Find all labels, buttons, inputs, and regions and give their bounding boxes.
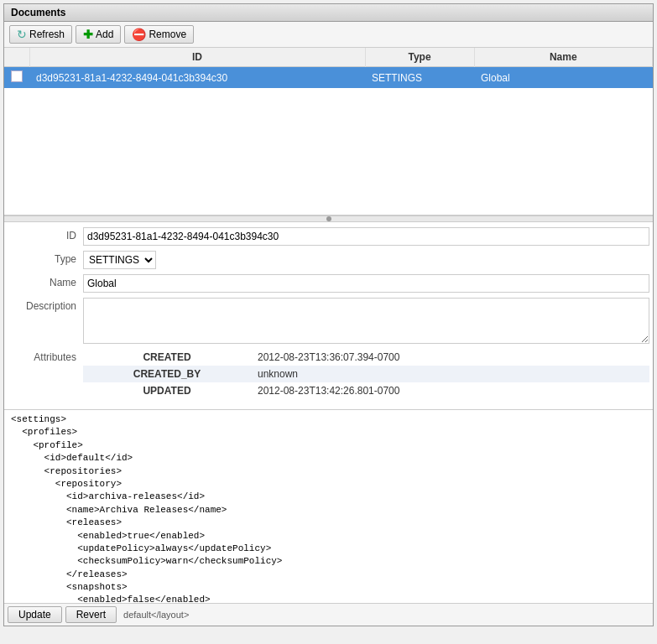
splitter-dot — [326, 216, 331, 221]
splitter[interactable] — [4, 216, 653, 222]
type-label: Type — [8, 251, 83, 265]
id-input[interactable] — [83, 227, 649, 246]
remove-button[interactable]: ⛔ Remove — [124, 25, 194, 44]
col-name: Name — [474, 48, 653, 67]
attributes-row: Attributes CREATED 2012-08-23T13:36:07.3… — [4, 349, 653, 399]
col-checkbox — [4, 48, 29, 67]
attr-value: unknown — [251, 366, 649, 382]
description-label: Description — [8, 298, 83, 312]
name-input[interactable] — [83, 274, 649, 293]
row-checkbox-cell — [4, 67, 29, 89]
xml-area: <settings> <profiles> <profile> <id>defa… — [4, 409, 653, 603]
id-label: ID — [8, 227, 83, 242]
attr-key: UPDATED — [83, 382, 251, 399]
attr-row: CREATED_BY unknown — [83, 366, 649, 382]
add-icon: ✚ — [83, 28, 93, 41]
documents-table: ID Type Name d3d95231-81a1-4232-8494-041… — [4, 48, 653, 88]
remove-label: Remove — [149, 29, 186, 40]
attr-key: CREATED_BY — [83, 366, 251, 382]
table-body: d3d95231-81a1-4232-8494-041c3b394c30 SET… — [4, 67, 653, 89]
description-row: Description — [4, 298, 653, 344]
documents-table-area: ID Type Name d3d95231-81a1-4232-8494-041… — [4, 48, 653, 216]
attr-body: CREATED 2012-08-23T13:36:07.394-0700 CRE… — [83, 349, 649, 399]
attr-key: CREATED — [83, 349, 251, 366]
name-row: Name — [4, 274, 653, 293]
bottom-extra-text: default</layout> — [120, 610, 189, 620]
refresh-label: Refresh — [29, 29, 65, 40]
attr-row: CREATED 2012-08-23T13:36:07.394-0700 — [83, 349, 649, 366]
id-row: ID — [4, 227, 653, 246]
attr-value: 2012-08-23T13:42:26.801-0700 — [251, 382, 649, 399]
row-id: d3d95231-81a1-4232-8494-041c3b394c30 — [29, 67, 365, 89]
row-checkbox — [11, 70, 23, 82]
form-area: ID Type SETTINGSPROFILEUSER Name Descrip… — [4, 222, 653, 409]
description-textarea[interactable] — [83, 298, 649, 344]
revert-button[interactable]: Revert — [65, 606, 117, 623]
attr-row: UPDATED 2012-08-23T13:42:26.801-0700 — [83, 382, 649, 399]
remove-icon: ⛔ — [132, 28, 146, 41]
documents-panel: Documents ↻ Refresh ✚ Add ⛔ Remove ID Ty… — [3, 3, 654, 626]
row-name: Global — [474, 67, 653, 89]
refresh-button[interactable]: ↻ Refresh — [9, 25, 72, 44]
attributes-label: Attributes — [8, 349, 83, 363]
refresh-icon: ↻ — [17, 28, 27, 41]
col-type: Type — [365, 48, 474, 67]
attributes-table: CREATED 2012-08-23T13:36:07.394-0700 CRE… — [83, 349, 649, 399]
type-select-row: SETTINGSPROFILEUSER — [83, 251, 156, 269]
bottom-bar: Update Revert default</layout> — [4, 603, 653, 626]
xml-content[interactable]: <settings> <profiles> <profile> <id>defa… — [4, 410, 653, 603]
col-id: ID — [29, 48, 365, 67]
row-type: SETTINGS — [365, 67, 474, 89]
add-label: Add — [96, 29, 113, 40]
type-row: Type SETTINGSPROFILEUSER — [4, 251, 653, 269]
name-label: Name — [8, 274, 83, 288]
panel-title: Documents — [4, 4, 653, 22]
type-select[interactable]: SETTINGSPROFILEUSER — [83, 251, 156, 269]
toolbar: ↻ Refresh ✚ Add ⛔ Remove — [4, 22, 653, 48]
attributes-table-wrapper: CREATED 2012-08-23T13:36:07.394-0700 CRE… — [83, 349, 649, 399]
table-header-row: ID Type Name — [4, 48, 653, 67]
table-row[interactable]: d3d95231-81a1-4232-8494-041c3b394c30 SET… — [4, 67, 653, 89]
update-button[interactable]: Update — [8, 606, 62, 623]
add-button[interactable]: ✚ Add — [76, 25, 121, 44]
attr-value: 2012-08-23T13:36:07.394-0700 — [251, 349, 649, 366]
